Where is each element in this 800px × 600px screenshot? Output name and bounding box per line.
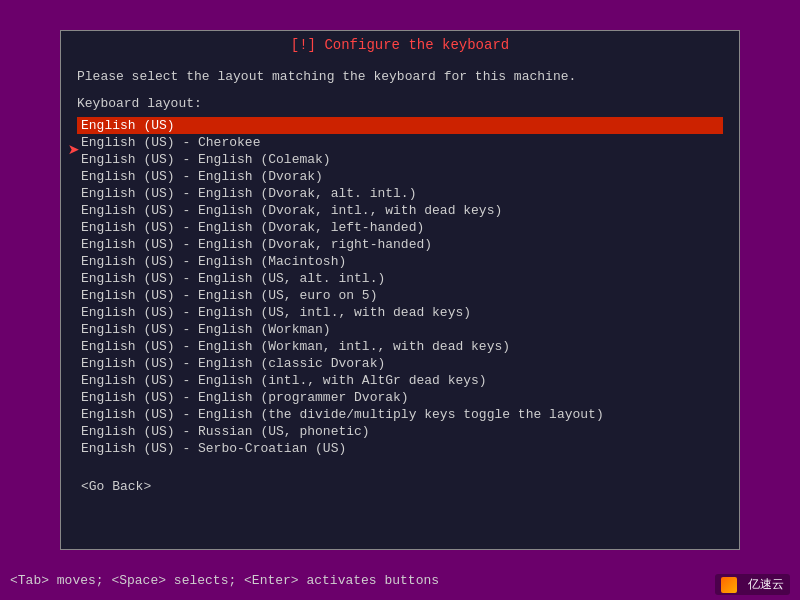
list-item[interactable]: English (US) - English (Dvorak, alt. int… — [77, 185, 723, 202]
list-item[interactable]: English (US) - Serbo-Croatian (US) — [77, 440, 723, 457]
list-item[interactable]: English (US) - English (US, alt. intl.) — [77, 270, 723, 287]
list-item[interactable]: English (US) - English (Dvorak, left-han… — [77, 219, 723, 236]
list-item[interactable]: English (US) - English (the divide/multi… — [77, 406, 723, 423]
keyboard-layout-list: English (US)English (US) - CherokeeEngli… — [77, 117, 723, 457]
list-item[interactable]: English (US) - English (Dvorak) — [77, 168, 723, 185]
watermark-icon — [721, 577, 737, 593]
list-item[interactable]: English (US) - English (US, euro on 5) — [77, 287, 723, 304]
list-item[interactable]: English (US) - Russian (US, phonetic) — [77, 423, 723, 440]
list-item[interactable]: English (US) - English (Macintosh) — [77, 253, 723, 270]
watermark: 亿速云 — [715, 574, 790, 595]
list-item[interactable]: English (US) - English (classic Dvorak) — [77, 355, 723, 372]
go-back-button[interactable]: <Go Back> — [77, 477, 155, 496]
list-item[interactable]: English (US) - English (intl., with AltG… — [77, 372, 723, 389]
dialog-box: [!] Configure the keyboard Please select… — [60, 30, 740, 550]
list-item[interactable]: English (US) - English (programmer Dvora… — [77, 389, 723, 406]
list-item[interactable]: English (US) - English (Workman) — [77, 321, 723, 338]
list-item[interactable]: English (US) - English (Dvorak, right-ha… — [77, 236, 723, 253]
list-item[interactable]: English (US) - Cherokee — [77, 134, 723, 151]
list-item[interactable]: English (US) - English (Dvorak, intl., w… — [77, 202, 723, 219]
status-text: <Tab> moves; <Space> selects; <Enter> ac… — [10, 573, 790, 588]
arrow-icon: ➤ — [68, 138, 80, 163]
status-bar: <Tab> moves; <Space> selects; <Enter> ac… — [0, 560, 800, 600]
list-item[interactable]: English (US) — [77, 117, 723, 134]
dialog-title: [!] Configure the keyboard — [61, 31, 739, 59]
description-text: Please select the layout matching the ke… — [77, 69, 723, 84]
list-item[interactable]: English (US) - English (US, intl., with … — [77, 304, 723, 321]
content-area: Please select the layout matching the ke… — [61, 59, 739, 506]
list-item[interactable]: English (US) - English (Colemak) — [77, 151, 723, 168]
keyboard-label: Keyboard layout: — [77, 96, 723, 111]
list-item[interactable]: English (US) - English (Workman, intl., … — [77, 338, 723, 355]
